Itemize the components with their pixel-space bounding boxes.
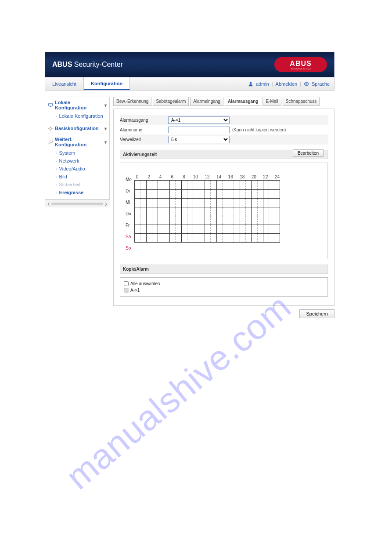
sidebar-item-network[interactable]: Netzwerk [56, 157, 107, 165]
grid-cell[interactable] [228, 225, 234, 233]
grid-cell[interactable] [182, 190, 187, 198]
grid-cell[interactable] [263, 207, 269, 216]
grid-cell[interactable] [158, 190, 164, 198]
grid-cell[interactable] [140, 216, 146, 225]
grid-cell[interactable] [170, 207, 176, 216]
sidebar-group-advanced[interactable]: Weiterf. Konfiguration ▾ [48, 137, 107, 147]
tab-liveview[interactable]: Liveansicht [45, 77, 84, 90]
grid-row[interactable] [135, 189, 280, 198]
grid-cell[interactable] [252, 234, 257, 242]
sidebar-item-system[interactable]: System [56, 149, 107, 157]
grid-cell[interactable] [205, 199, 211, 207]
edit-schedule-button[interactable]: Bearbeiten [293, 149, 324, 157]
grid-cell[interactable] [158, 225, 164, 233]
grid-cell[interactable] [234, 216, 240, 225]
grid-cell[interactable] [193, 199, 199, 207]
grid-cell[interactable] [223, 234, 228, 242]
grid-cell[interactable] [269, 225, 275, 233]
grid-cell[interactable] [199, 234, 205, 242]
grid-cell[interactable] [252, 216, 257, 225]
grid-cell[interactable] [269, 234, 275, 242]
grid-cell[interactable] [217, 190, 223, 198]
grid-cell[interactable] [217, 181, 223, 189]
grid-cell[interactable] [217, 199, 223, 207]
subtab-tamper[interactable]: Sabotagealarm [153, 97, 189, 106]
grid-cell[interactable] [170, 234, 176, 242]
user-name[interactable]: admin [256, 81, 269, 87]
grid-cell[interactable] [258, 207, 263, 216]
grid-cell[interactable] [205, 207, 211, 216]
grid-cell[interactable] [211, 199, 216, 207]
grid-cell[interactable] [223, 190, 228, 198]
grid-cell[interactable] [240, 199, 246, 207]
grid-cell[interactable] [258, 234, 263, 242]
grid-cell[interactable] [258, 199, 263, 207]
grid-cell[interactable] [135, 190, 140, 198]
checkbox-a1[interactable] [124, 288, 129, 293]
grid-cell[interactable] [135, 216, 140, 225]
grid-cell[interactable] [193, 190, 199, 198]
grid-cell[interactable] [240, 216, 246, 225]
grid-cell[interactable] [223, 199, 228, 207]
grid-cell[interactable] [182, 216, 187, 225]
grid-cell[interactable] [193, 181, 199, 189]
schedule-grid[interactable]: 024681012141618202224 [134, 174, 280, 253]
sidebar-item-events[interactable]: Ereignisse [56, 189, 107, 196]
select-dwell[interactable]: 5 s [168, 136, 230, 143]
grid-cell[interactable] [182, 207, 187, 216]
grid-cell[interactable] [211, 181, 216, 189]
subtab-motion[interactable]: Bew.-Erkennung [113, 97, 151, 106]
tab-konfiguration[interactable]: Konfiguration [84, 77, 130, 90]
grid-cell[interactable] [158, 181, 164, 189]
grid-cell[interactable] [223, 216, 228, 225]
grid-cell[interactable] [240, 190, 246, 198]
grid-cell[interactable] [234, 199, 240, 207]
grid-cell[interactable] [240, 234, 246, 242]
grid-cell[interactable] [170, 225, 176, 233]
grid-cell[interactable] [152, 216, 158, 225]
grid-row[interactable] [135, 207, 280, 216]
grid-cell[interactable] [263, 199, 269, 207]
grid-cell[interactable] [152, 234, 158, 242]
grid-cell[interactable] [176, 216, 181, 225]
grid-cell[interactable] [205, 234, 211, 242]
grid-cell[interactable] [135, 181, 140, 189]
grid-cell[interactable] [176, 234, 181, 242]
sidebar-item-videoaudio[interactable]: Video/Audio [56, 165, 107, 173]
sidebar-group-local[interactable]: Lokale Konfiguration ▾ [48, 100, 107, 110]
logout-link[interactable]: Abmelden [276, 81, 298, 87]
grid-cell[interactable] [176, 207, 181, 216]
grid-cell[interactable] [234, 181, 240, 189]
grid-cell[interactable] [234, 225, 240, 233]
grid-cell[interactable] [158, 207, 164, 216]
grid-cell[interactable] [269, 190, 275, 198]
grid-cell[interactable] [246, 181, 252, 189]
grid-cell[interactable] [164, 216, 170, 225]
grid-cell[interactable] [140, 225, 146, 233]
grid-cell[interactable] [199, 190, 205, 198]
grid-cell[interactable] [211, 207, 216, 216]
grid-cell[interactable] [217, 207, 223, 216]
grid-cell[interactable] [199, 199, 205, 207]
select-alarm-output[interactable]: A->1 [168, 116, 230, 124]
grid-cell[interactable] [211, 234, 216, 242]
grid-cell[interactable] [228, 216, 234, 225]
grid-cell[interactable] [217, 225, 223, 233]
grid-cell[interactable] [193, 216, 199, 225]
grid-cell[interactable] [199, 181, 205, 189]
scroll-right-icon[interactable]: › [105, 200, 107, 208]
grid-cell[interactable] [211, 225, 216, 233]
grid-cell[interactable] [170, 199, 176, 207]
grid-cell[interactable] [246, 207, 252, 216]
subtab-alarmin[interactable]: Alarmeingang [190, 97, 223, 106]
grid-cell[interactable] [140, 199, 146, 207]
grid-cell[interactable] [152, 181, 158, 189]
grid-cell[interactable] [193, 207, 199, 216]
grid-cell[interactable] [176, 199, 181, 207]
grid-cell[interactable] [252, 190, 257, 198]
grid-cell[interactable] [164, 225, 170, 233]
grid-cell[interactable] [269, 207, 275, 216]
checkbox-select-all[interactable] [124, 281, 129, 286]
grid-cell[interactable] [252, 225, 257, 233]
grid-cell[interactable] [164, 234, 170, 242]
